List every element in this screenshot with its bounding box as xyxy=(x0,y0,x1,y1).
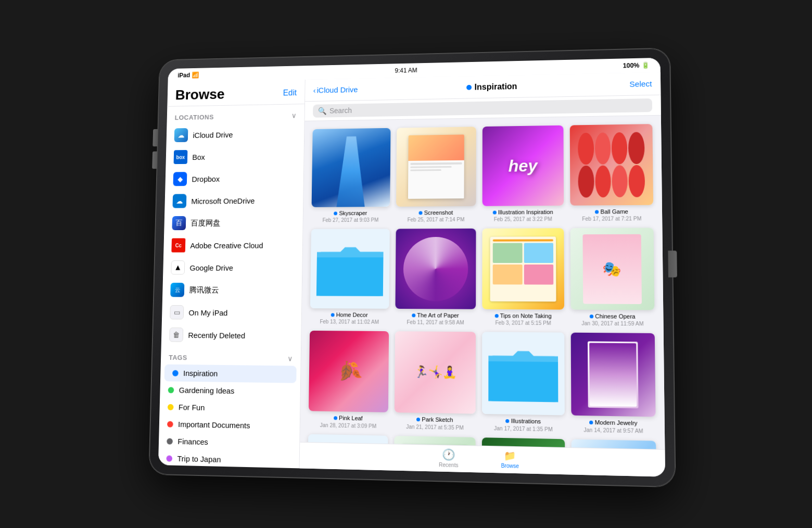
select-button[interactable]: Select xyxy=(629,79,652,89)
file-thumb-home-decor xyxy=(310,229,390,309)
search-icon: 🔍 xyxy=(318,107,327,115)
locations-chevron-icon[interactable]: ∨ xyxy=(291,111,297,120)
tab-recents[interactable]: 🕐 Recents xyxy=(439,448,459,468)
tags-chevron-icon[interactable]: ∨ xyxy=(287,354,293,362)
file-thumb-modern-jewelry xyxy=(571,333,656,417)
file-name-chinese-opera: Chinese Opera xyxy=(595,313,635,320)
svg-rect-1 xyxy=(316,257,384,296)
dropbox-icon: ◆ xyxy=(173,172,187,186)
file-thumb-ballgame xyxy=(570,124,653,206)
file-date-pink-leaf: Jan 28, 2017 at 3:09 PM xyxy=(320,422,376,429)
finances-label: Finances xyxy=(177,437,208,446)
onedrive-label: Microsoft OneDrive xyxy=(191,196,255,205)
back-button[interactable]: ‹ iCloud Drive xyxy=(313,85,358,94)
sidebar-item-baidu[interactable]: 百 百度网盘 xyxy=(164,211,303,234)
file-thumb-art-of-paper xyxy=(395,229,476,309)
google-icon: ▲ xyxy=(171,260,185,274)
file-item-skyscraper[interactable]: Skyscraper Feb 27, 2017 at 9:03 PM xyxy=(311,128,390,223)
file-label-illustration: Illustration Inspiration xyxy=(493,209,553,216)
file-item-screenshot[interactable]: Screenshot Feb 25, 2017 at 7:14 PM xyxy=(396,127,476,222)
sidebar-title: Browse xyxy=(175,86,224,103)
file-thumb-pink-leaf: 🍂 xyxy=(309,331,389,412)
file-name-park-sketch: Park Sketch xyxy=(422,416,453,424)
sidebar-item-important-docs[interactable]: Important Documents xyxy=(159,415,300,435)
sidebar-item-inspiration[interactable]: Inspiration xyxy=(164,364,297,383)
search-placeholder: Search xyxy=(329,106,352,115)
sidebar-item-icloud[interactable]: ☁ iCloud Drive xyxy=(166,122,304,146)
status-ipad-label: iPad xyxy=(177,72,190,79)
sidebar-item-recently-deleted[interactable]: 🗑 Recently Deleted xyxy=(161,323,301,347)
recently-deleted-label: Recently Deleted xyxy=(188,331,245,340)
file-item-art-of-paper[interactable]: The Art of Paper Feb 11, 2017 at 9:58 AM xyxy=(395,229,476,326)
sidebar-item-google[interactable]: ▲ Google Drive xyxy=(163,256,302,279)
file-label-skyscraper: Skyscraper xyxy=(334,210,367,217)
edit-button[interactable]: Edit xyxy=(283,89,297,98)
ipad-label: On My iPad xyxy=(188,308,227,317)
inspiration-dot xyxy=(172,370,179,376)
file-item-home-decor[interactable]: Home Decor Feb 13, 2017 at 11:02 AM xyxy=(310,229,389,325)
file-item-park-sketch[interactable]: 🏃‍♀️🤸‍♀️🧘‍♀️ Park Sketch Jan 21, 2017 at… xyxy=(395,332,476,431)
tags-label: Tags xyxy=(169,354,187,361)
file-label-home-decor: Home Decor xyxy=(331,312,368,319)
finances-dot xyxy=(167,438,173,444)
file-item-ballgame[interactable]: Ball Game Feb 17, 2017 at 7:21 PM xyxy=(570,124,654,222)
tab-browse[interactable]: 📁 Browse xyxy=(501,450,518,469)
recents-label: Recents xyxy=(439,462,458,468)
status-left: iPad 📶 xyxy=(177,71,199,79)
file-date-park-sketch: Jan 21, 2017 at 5:35 PM xyxy=(406,423,463,430)
file-dot-pink-leaf xyxy=(334,417,337,420)
sidebar-item-gardening[interactable]: Gardening Ideas xyxy=(160,381,300,400)
sidebar-item-onedrive[interactable]: ☁ Microsoft OneDrive xyxy=(164,189,303,212)
trip-japan-dot xyxy=(166,455,172,461)
sidebar-item-trip-japan[interactable]: Trip to Japan xyxy=(158,449,299,468)
file-date-skyscraper: Feb 27, 2017 at 9:03 PM xyxy=(322,217,378,223)
file-item-illustration[interactable]: hey Illustration Inspiration Feb 25, 201… xyxy=(483,125,564,222)
file-dot-home-decor xyxy=(331,313,335,317)
icloud-label: iCloud Drive xyxy=(193,130,233,139)
important-docs-dot xyxy=(167,421,173,427)
trip-japan-label: Trip to Japan xyxy=(177,454,221,464)
svg-rect-5 xyxy=(488,356,559,362)
file-thumb-illustrations xyxy=(482,332,565,416)
dropbox-label: Dropbox xyxy=(192,174,220,183)
sidebar-header: Browse Edit xyxy=(167,80,304,107)
ipad-screen: iPad 📶 9:41 AM 100% 🔋 Browse Edit L xyxy=(158,58,665,477)
file-date-screenshot: Feb 25, 2017 at 7:14 PM xyxy=(408,217,465,222)
file-item-illustrations[interactable]: Illustrations Jan 17, 2017 at 1:35 PM xyxy=(482,332,565,433)
file-thumb-illustration: hey xyxy=(483,125,564,206)
sidebar-item-box[interactable]: box Box xyxy=(166,144,304,168)
sidebar-item-dropbox[interactable]: ◆ Dropbox xyxy=(165,167,303,190)
file-date-modern-jewelry: Jan 14, 2017 at 9:57 AM xyxy=(583,427,643,434)
file-dot-modern-jewelry xyxy=(589,421,593,424)
file-label-park-sketch: Park Sketch xyxy=(416,416,453,424)
tags-section-header: Tags ∨ xyxy=(161,346,301,366)
home-button[interactable] xyxy=(668,250,677,277)
search-input-container[interactable]: 🔍 Search xyxy=(313,98,652,118)
files-area: Skyscraper Feb 27, 2017 at 9:03 PM xyxy=(300,116,665,449)
sidebar-item-for-fun[interactable]: For Fun xyxy=(159,398,300,418)
icloud-icon: ☁ xyxy=(174,128,188,142)
wifi-icon: 📶 xyxy=(192,71,199,79)
file-item-chinese-opera[interactable]: 🎭 Chinese Opera Jan 30, 2017 at 11:59 AM xyxy=(570,228,655,327)
file-name-art-of-paper: The Art of Paper xyxy=(417,312,459,319)
for-fun-label: For Fun xyxy=(179,403,205,412)
file-name-skyscraper: Skyscraper xyxy=(339,210,367,217)
right-panel: ‹ iCloud Drive Inspiration Select 🔍 Sear… xyxy=(300,72,665,477)
file-date-art-of-paper: Feb 11, 2017 at 9:58 AM xyxy=(407,320,464,326)
adobe-icon: Cc xyxy=(171,238,185,252)
status-right: 100% 🔋 xyxy=(623,61,650,69)
sidebar-item-adobe[interactable]: Cc Adobe Creative Cloud xyxy=(163,234,302,256)
file-item-pink-leaf[interactable]: 🍂 Pink Leaf Jan 28, 2017 at 3:09 PM xyxy=(308,331,389,429)
file-item-modern-jewelry[interactable]: Modern Jewelry Jan 14, 2017 at 9:57 AM xyxy=(571,333,656,434)
file-label-pink-leaf: Pink Leaf xyxy=(334,415,363,422)
sidebar-item-tencent[interactable]: 云 腾讯微云 xyxy=(162,279,302,301)
file-dot-skyscraper xyxy=(334,212,338,216)
adobe-label: Adobe Creative Cloud xyxy=(190,241,263,249)
nav-dot-icon xyxy=(466,84,472,90)
file-date-illustration: Feb 25, 2017 at 3:22 PM xyxy=(494,216,552,222)
box-label: Box xyxy=(192,153,205,161)
sidebar-item-ipad[interactable]: ▭ On My iPad xyxy=(162,301,302,324)
trash-icon: 🗑 xyxy=(169,328,183,342)
file-item-note-taking[interactable]: Tips on Note Taking Feb 3, 2017 at 5:15 … xyxy=(482,228,564,326)
file-dot-illustrations xyxy=(505,419,509,423)
